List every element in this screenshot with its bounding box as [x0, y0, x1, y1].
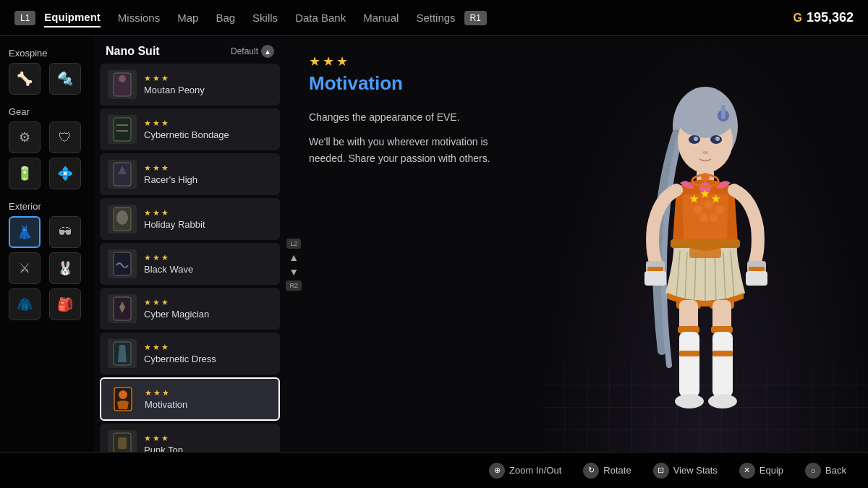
default-label: Default ▲ [231, 45, 274, 58]
svg-text:★: ★ [711, 193, 720, 205]
detail-desc-2: We'll be with you wherever motivation is… [309, 134, 519, 166]
suit-thumb-cyber-magician [108, 294, 137, 323]
equip-label: Equip [760, 465, 783, 476]
back-label: Back [825, 465, 846, 476]
svg-rect-61 [712, 332, 733, 397]
main-content: Exospine 🦴 🔩 Gear ⚙ 🛡 🔋 💠 Exterior 👗 🕶 ⚔… [0, 36, 868, 452]
scroll-up-arrow: ▲ [289, 252, 299, 263]
suit-info-cybernetic-bondage: ★★★ Cybernetic Bondage [144, 119, 272, 140]
suit-info-cybernetic-dress: ★★★ Cybernetic Dress [144, 343, 272, 364]
exterior-btn-weapon[interactable]: ⚔ [9, 252, 41, 284]
nav-item-databank[interactable]: Data Bank [295, 9, 346, 27]
exterior-btn-rabbit[interactable]: 🐰 [49, 252, 81, 284]
svg-point-35 [701, 173, 710, 181]
nav-item-missions[interactable]: Missions [118, 9, 160, 27]
svg-rect-63 [712, 351, 733, 356]
suit-thumb-punk-top [108, 430, 137, 452]
svg-point-64 [675, 394, 704, 408]
suit-stars-cyber-magician: ★★★ [144, 298, 272, 307]
suit-item-holiday-rabbit[interactable]: ★★★ Holiday Rabbit [100, 198, 280, 240]
exterior-section: Exterior 👗 🕶 ⚔ 🐰 🧥 🎒 [9, 201, 85, 320]
suit-stars-punk-top: ★★★ [144, 434, 272, 443]
svg-rect-43 [647, 267, 663, 271]
suit-info-motivation: ★★★ Motivation [145, 388, 271, 410]
zoom-icon: ⊕ [489, 463, 505, 479]
suit-item-racers-high[interactable]: ★★★ Racer's High [100, 153, 280, 195]
suit-thumb-motivation [109, 385, 137, 414]
currency-value: 195,362 [807, 10, 854, 25]
svg-point-14 [119, 390, 127, 399]
nano-suit-title: Nano Suit [106, 45, 160, 58]
suit-stars-motivation: ★★★ [145, 388, 271, 398]
suit-thumb-holiday-rabbit [108, 205, 137, 234]
svg-point-30 [715, 205, 724, 214]
nav-item-map[interactable]: Map [177, 9, 198, 27]
scroll-r2-badge: R2 [286, 281, 302, 291]
svg-rect-22 [721, 105, 726, 119]
suit-name-cybernetic-dress: Cybernetic Dress [144, 354, 272, 364]
gear-btn-1[interactable]: ⚙ [9, 121, 41, 153]
equip-icon: ✕ [739, 463, 755, 479]
exterior-btn-bag[interactable]: 🎒 [49, 288, 81, 320]
detail-panel: ★★★ Motivation Changes the appearance of… [286, 36, 542, 452]
action-zoom[interactable]: ⊕ Zoom In/Out [489, 463, 561, 479]
suit-thumb-cybernetic-dress [108, 339, 137, 368]
top-navigation: L1 Equipment Missions Map Bag Skills Dat… [0, 0, 868, 36]
suit-item-motivation[interactable]: ★★★ Motivation [100, 377, 280, 421]
back-icon: ○ [805, 463, 821, 479]
exterior-btn-coat[interactable]: 🧥 [9, 288, 41, 320]
svg-text:★: ★ [689, 193, 699, 205]
currency-icon: G [793, 12, 801, 25]
gear-btn-3[interactable]: 🔋 [9, 158, 41, 189]
gear-label: Gear [9, 106, 85, 117]
gear-btn-4[interactable]: 💠 [49, 158, 81, 189]
nav-item-bag[interactable]: Bag [216, 9, 235, 27]
gear-btn-2[interactable]: 🛡 [49, 121, 81, 153]
svg-rect-62 [679, 351, 699, 356]
exterior-btn-nanosuit[interactable]: 👗 [9, 216, 41, 248]
character-svg: ★ ★ ★ [604, 76, 807, 423]
exospine-grid: 🦴 🔩 [9, 63, 85, 95]
suit-info-cyber-magician: ★★★ Cyber Magician [144, 298, 272, 320]
action-view-stats[interactable]: ⊡ View Stats [653, 463, 718, 479]
nav-left-button[interactable]: L1 [14, 11, 35, 25]
suit-list[interactable]: ★★★ Moutan Peony ★★★ Cybernetic Bondage [94, 64, 286, 452]
suit-stars-moutan-peony: ★★★ [144, 74, 272, 83]
detail-title: Motivation [309, 72, 519, 95]
rotate-icon: ↻ [583, 463, 599, 479]
svg-rect-2 [114, 118, 131, 141]
action-back[interactable]: ○ Back [805, 463, 846, 479]
suit-item-cyber-magician[interactable]: ★★★ Cyber Magician [100, 288, 280, 330]
suit-stars-holiday-rabbit: ★★★ [144, 208, 272, 218]
suit-thumb-black-wave [108, 249, 137, 278]
suit-name-punk-top: Punk Top [144, 445, 272, 452]
nav-item-settings[interactable]: Settings [416, 9, 455, 27]
svg-point-32 [699, 213, 708, 222]
scroll-down-arrow: ▼ [289, 266, 299, 278]
suit-name-black-wave: Black Wave [144, 264, 272, 275]
exospine-btn-1[interactable]: 🦴 [9, 63, 41, 95]
bottom-bar: ⊕ Zoom In/Out ↻ Rotate ⊡ View Stats ✕ Eq… [0, 452, 868, 488]
nano-suit-panel: Nano Suit Default ▲ ★★★ Moutan Peony [94, 36, 286, 452]
suit-item-moutan-peony[interactable]: ★★★ Moutan Peony [100, 64, 280, 106]
action-rotate[interactable]: ↻ Rotate [583, 463, 631, 479]
svg-rect-52 [671, 239, 740, 248]
default-circle-icon: ▲ [261, 45, 274, 58]
nav-menu: Equipment Missions Map Bag Skills Data B… [44, 8, 455, 27]
action-equip[interactable]: ✕ Equip [739, 463, 783, 479]
exospine-btn-2[interactable]: 🔩 [49, 63, 81, 95]
view-stats-label: View Stats [673, 465, 718, 476]
suit-item-punk-top[interactable]: ★★★ Punk Top [100, 424, 280, 452]
nav-item-manual[interactable]: Manual [363, 9, 399, 27]
exterior-btn-glasses[interactable]: 🕶 [49, 216, 81, 248]
character-figure: ★ ★ ★ [597, 76, 814, 423]
svg-rect-40 [644, 271, 666, 286]
suit-item-black-wave[interactable]: ★★★ Black Wave [100, 243, 280, 285]
suit-item-cybernetic-dress[interactable]: ★★★ Cybernetic Dress [100, 333, 280, 374]
nav-item-equipment[interactable]: Equipment [44, 8, 101, 27]
nav-right-button[interactable]: R1 [464, 11, 487, 25]
suit-stars-black-wave: ★★★ [144, 253, 272, 262]
nav-item-skills[interactable]: Skills [252, 9, 278, 27]
suit-thumb-cybernetic-bondage [108, 115, 137, 144]
suit-item-cybernetic-bondage[interactable]: ★★★ Cybernetic Bondage [100, 108, 280, 150]
